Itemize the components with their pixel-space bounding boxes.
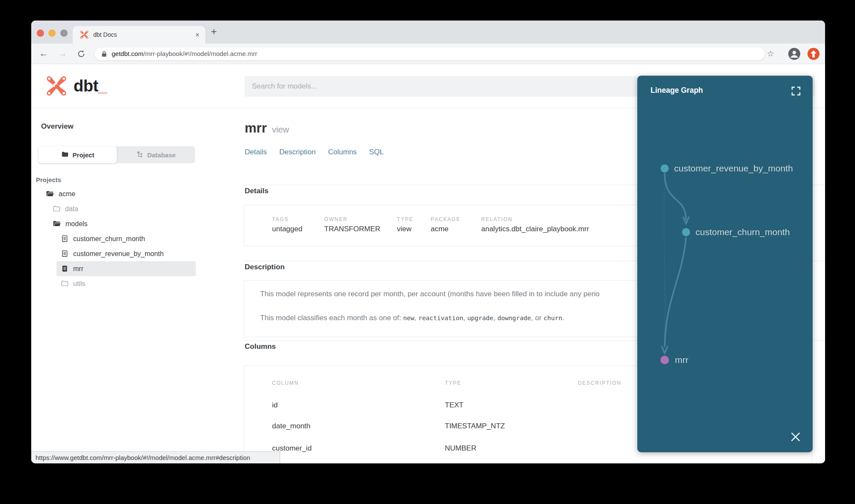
tab-description[interactable]: Description: [279, 148, 316, 156]
tree-item-label: mrr: [73, 265, 83, 273]
tree-item-label: utils: [73, 280, 85, 288]
status-url-tooltip: https://www.getdbt.com/mrr-playbook/#!/m…: [31, 451, 280, 463]
file-filled-icon: [61, 265, 69, 273]
database-tree-icon: [136, 150, 143, 159]
description-heading: Description: [245, 263, 285, 271]
node-dot-mrr[interactable]: [660, 356, 669, 364]
browser-window: dbt Docs × + ← → getdbt.com/mrr-playbook…: [31, 21, 825, 463]
tab-sql[interactable]: SQL: [369, 148, 384, 156]
macos-zoom-button[interactable]: [60, 29, 68, 37]
folder-outline-icon: [53, 205, 61, 213]
file-icon: [61, 235, 69, 243]
arrowhead-icon: [662, 346, 668, 353]
columns-heading: Columns: [245, 342, 276, 351]
dbt-extension-icon[interactable]: [808, 48, 819, 60]
lineage-graph-panel: customer_revenue_by_month customer_churn…: [637, 76, 813, 452]
edge-revenue-to-churn: [665, 173, 686, 220]
folder-outline-icon: [61, 280, 69, 288]
fullscreen-expand-icon[interactable]: [790, 85, 802, 97]
new-tab-button[interactable]: +: [211, 21, 217, 43]
sidebar-overview-label[interactable]: Overview: [41, 122, 74, 131]
tree-item-utils[interactable]: utils: [31, 276, 199, 291]
page-title: mrrview: [245, 121, 289, 136]
tree-item-label: models: [65, 220, 88, 228]
forward-button[interactable]: →: [56, 44, 69, 64]
projects-section-label: Projects: [36, 176, 61, 183]
materialization-badge: view: [272, 125, 289, 134]
dbt-wordmark: dbt_: [74, 77, 107, 95]
code-token: downgrade: [497, 315, 531, 321]
code-token: churn: [544, 315, 562, 321]
tree-item-label: customer_churn_month: [73, 235, 145, 243]
file-icon: [61, 250, 69, 258]
macos-close-button[interactable]: [37, 29, 44, 37]
toggle-database[interactable]: Database: [117, 146, 195, 163]
back-button[interactable]: ←: [37, 44, 50, 64]
node-dot-customer-churn-month[interactable]: [682, 228, 690, 236]
tab-title: dbt Docs: [93, 26, 117, 44]
details-heading: Details: [245, 187, 269, 195]
reload-button[interactable]: [75, 44, 88, 64]
folder-open-icon: [46, 190, 54, 198]
tree-item-acme[interactable]: acme: [31, 186, 199, 201]
tree-item-label: acme: [59, 190, 75, 198]
column-header: DESCRIPTION: [578, 380, 621, 386]
code-token: new: [403, 315, 414, 321]
code-token: upgrade: [467, 315, 493, 321]
url-host: getdbt.com: [112, 50, 143, 57]
lineage-panel-title: Lineage Graph: [651, 86, 703, 95]
edge-churn-to-mrr: [665, 237, 686, 347]
toggle-project-label: Project: [73, 151, 95, 159]
column-header: COLUMN: [272, 380, 299, 386]
close-icon[interactable]: [790, 431, 802, 443]
profile-avatar[interactable]: [788, 48, 800, 60]
tab-details[interactable]: Details: [245, 148, 267, 156]
node-label[interactable]: customer_revenue_by_month: [674, 163, 793, 174]
macos-minimize-button[interactable]: [48, 29, 56, 37]
browser-toolbar: ← → getdbt.com/mrr-playbook/#!/model/mod…: [31, 44, 825, 64]
browser-tab[interactable]: dbt Docs ×: [73, 26, 205, 44]
project-tree: acme data models customer_churn_month: [31, 186, 199, 291]
edge-revenue-to-mrr: [664, 173, 665, 347]
url-path: /mrr-playbook/#!/model/model.acme.mrr: [143, 50, 257, 57]
tree-item-customer-churn-month[interactable]: customer_churn_month: [31, 231, 199, 246]
code-token: reactivation: [418, 315, 463, 321]
tree-item-models[interactable]: models: [31, 216, 199, 231]
tree-item-customer-revenue-by-month[interactable]: customer_revenue_by_month: [31, 246, 199, 261]
toggle-project[interactable]: Project: [38, 146, 117, 163]
toggle-database-label: Database: [147, 151, 176, 159]
dbt-logo-icon[interactable]: [46, 76, 67, 98]
lineage-graph-canvas[interactable]: customer_revenue_by_month customer_churn…: [637, 76, 813, 452]
column-header: TYPE: [445, 380, 462, 386]
tree-item-mrr-selected[interactable]: mrr: [56, 261, 196, 276]
project-database-toggle: Project Database: [38, 146, 195, 163]
node-label[interactable]: mrr: [675, 355, 688, 365]
node-label[interactable]: customer_churn_month: [695, 227, 790, 237]
tree-item-label: customer_revenue_by_month: [73, 250, 164, 258]
dbt-favicon-icon: [80, 30, 89, 41]
tree-item-data[interactable]: data: [31, 201, 199, 216]
folder-icon: [61, 150, 69, 159]
address-bar[interactable]: getdbt.com/mrr-playbook/#!/model/model.a…: [95, 47, 765, 60]
tab-columns[interactable]: Columns: [328, 148, 357, 156]
tree-item-label: data: [65, 205, 78, 213]
url-text: getdbt.com/mrr-playbook/#!/model/model.a…: [112, 47, 257, 60]
tab-close-icon[interactable]: ×: [195, 26, 199, 44]
bookmark-star-icon[interactable]: ☆: [767, 44, 774, 64]
doc-tabs: Details Description Columns SQL: [245, 148, 384, 156]
lock-icon: [101, 51, 107, 59]
folder-open-icon: [53, 220, 61, 228]
browser-tab-bar: dbt Docs × +: [31, 21, 825, 44]
node-dot-customer-revenue-by-month[interactable]: [661, 165, 669, 173]
